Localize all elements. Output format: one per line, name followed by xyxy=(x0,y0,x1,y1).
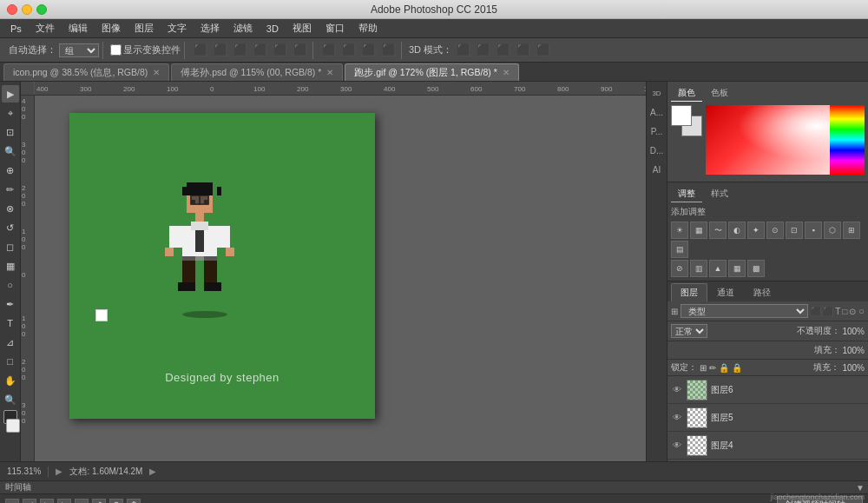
layer-5-eye[interactable]: 👁 xyxy=(671,412,683,424)
align-left-btn[interactable]: ⬛ xyxy=(192,42,209,59)
adj-curves[interactable]: 〜 xyxy=(709,222,727,239)
tool-brush[interactable]: ✏ xyxy=(2,181,19,198)
timeline-btn-forward[interactable]: ▶ xyxy=(57,499,71,503)
layers-toggle[interactable]: ○ xyxy=(858,306,865,316)
menu-view[interactable]: 视图 xyxy=(286,20,319,36)
lock-icon-all[interactable]: 🔒 xyxy=(732,363,742,373)
layers-icon-adj[interactable]: ⬛ xyxy=(823,307,833,316)
menu-3d[interactable]: 3D xyxy=(260,22,286,36)
canvas-scroll[interactable]: Designed by stephen xyxy=(35,96,646,461)
adj-tab-styles[interactable]: 样式 xyxy=(704,186,735,202)
layers-type-select[interactable]: 类型 xyxy=(681,304,808,318)
distribute-h-btn[interactable]: ⬛ xyxy=(320,42,338,59)
layer-item-5[interactable]: 👁 图层5 xyxy=(667,404,868,432)
menu-edit[interactable]: 编辑 xyxy=(62,20,95,36)
lock-icon-pos[interactable]: ⊞ xyxy=(700,363,707,373)
layers-blend-select[interactable]: 正常 溶解 变暗 xyxy=(671,324,707,338)
tool-zoom[interactable]: 🔍 xyxy=(2,391,19,408)
timeline-btn-delete[interactable]: 🗑 xyxy=(127,499,141,503)
layer-item-6[interactable]: 👁 图层6 xyxy=(667,376,868,404)
tool-crop[interactable]: ⊡ xyxy=(2,123,19,141)
tool-path-select[interactable]: ⊿ xyxy=(2,334,19,351)
layers-icon-px[interactable]: ⬛ xyxy=(811,307,821,316)
3d-mode-btn1[interactable]: ⬛ xyxy=(455,42,472,59)
tool-bg-color[interactable] xyxy=(6,419,20,433)
tab-psd[interactable]: 傅老孙.psd @ 115% (00, RGB/8) * ✕ xyxy=(171,63,343,81)
fg-color-box[interactable] xyxy=(671,105,692,126)
tool-eraser[interactable]: ◻ xyxy=(2,238,19,255)
adj-brightness[interactable]: ☀ xyxy=(671,222,688,239)
layers-tab-layers[interactable]: 图层 xyxy=(671,283,707,301)
color-tab-color[interactable]: 颜色 xyxy=(671,85,702,102)
tool-gradient[interactable]: ▦ xyxy=(2,257,19,275)
timeline-btn-back[interactable]: ◀ xyxy=(23,499,36,503)
menu-layer[interactable]: 图层 xyxy=(128,20,161,36)
layer-item-4[interactable]: 👁 图层4 xyxy=(667,432,868,460)
align-top-btn[interactable]: ⬛ xyxy=(252,42,269,59)
adj-exposure[interactable]: ◐ xyxy=(728,222,746,239)
align-right-btn[interactable]: ⬛ xyxy=(232,42,249,59)
color-spectrum-bar[interactable] xyxy=(830,105,865,175)
adj-tab-adjustments[interactable]: 调整 xyxy=(671,186,702,202)
adj-levels[interactable]: ▦ xyxy=(690,222,707,239)
3d-mode-btn3[interactable]: ⬛ xyxy=(495,42,512,59)
close-button[interactable] xyxy=(7,4,17,15)
tab-gif[interactable]: 跑步.gif @ 172% (图层 1, RGB/8) * ✕ xyxy=(345,63,518,81)
layer-item-3[interactable]: 👁 图层3 xyxy=(667,460,868,461)
adj-gradient-map[interactable]: ▦ xyxy=(728,260,746,277)
adj-hsl[interactable]: ⊙ xyxy=(766,222,784,239)
3d-mode-btn2[interactable]: ⬛ xyxy=(475,42,492,59)
align-center-btn[interactable]: ⬛ xyxy=(212,42,229,59)
menu-select[interactable]: 选择 xyxy=(194,20,227,36)
timeline-collapse[interactable]: ▼ xyxy=(856,483,865,493)
adj-channel-mixer[interactable]: ⊞ xyxy=(843,222,860,239)
tool-history-brush[interactable]: ↺ xyxy=(2,219,19,236)
maximize-button[interactable] xyxy=(36,4,47,15)
tool-pen[interactable]: ✒ xyxy=(2,295,19,313)
panel-icon-ai[interactable]: AI xyxy=(649,162,665,177)
adj-vibrance[interactable]: ✦ xyxy=(747,222,765,239)
layers-icon-text[interactable]: T xyxy=(835,307,840,316)
menu-image[interactable]: 图像 xyxy=(95,20,128,36)
adj-colorbalance[interactable]: ⊡ xyxy=(786,222,803,239)
menu-text[interactable]: 文字 xyxy=(161,20,194,36)
menu-filter[interactable]: 滤镜 xyxy=(227,20,260,36)
layer-4-eye[interactable]: 👁 xyxy=(671,440,683,452)
tool-stamp[interactable]: ⊗ xyxy=(2,200,19,217)
menu-file[interactable]: 文件 xyxy=(29,20,62,36)
timeline-btn-settings[interactable]: ⚙ xyxy=(109,499,123,503)
tool-text[interactable]: T xyxy=(2,314,19,332)
layers-icon-smart[interactable]: ⊙ xyxy=(849,307,856,316)
status-arrow[interactable]: ▶ xyxy=(149,467,156,476)
distribute-space-btn[interactable]: ⬛ xyxy=(360,42,378,59)
lock-icon-move[interactable]: 🔒 xyxy=(719,363,729,373)
timeline-btn-loop[interactable]: ↺ xyxy=(92,499,106,503)
color-gradient-area[interactable] xyxy=(706,105,865,175)
adj-posterize[interactable]: ▥ xyxy=(690,260,707,277)
tool-eyedropper[interactable]: 🔍 xyxy=(2,142,19,160)
3d-mode-btn4[interactable]: ⬛ xyxy=(515,42,532,59)
layers-icon-shape[interactable]: □ xyxy=(842,307,847,316)
timeline-btn-prev-frame[interactable]: ⏮ xyxy=(5,499,19,503)
distribute-extra-btn[interactable]: ⬛ xyxy=(380,42,398,59)
tool-select[interactable]: ▶ xyxy=(2,85,19,103)
tab-icon[interactable]: icon.png @ 38.5% (信息, RGB/8) ✕ xyxy=(3,63,169,81)
fill-value2[interactable]: 100% xyxy=(842,363,865,373)
color-tab-swatch[interactable]: 色板 xyxy=(704,85,735,102)
align-bottom-btn[interactable]: ⬛ xyxy=(292,42,309,59)
tool-lasso[interactable]: ⌖ xyxy=(2,104,19,122)
adj-threshold[interactable]: ▲ xyxy=(709,260,727,277)
menu-ps[interactable]: Ps xyxy=(3,22,29,36)
align-middle-btn[interactable]: ⬛ xyxy=(272,42,289,59)
tool-hand[interactable]: ✋ xyxy=(2,372,19,389)
tool-healing[interactable]: ⊕ xyxy=(2,162,19,179)
minimize-button[interactable] xyxy=(22,4,32,15)
panel-icon-3d[interactable]: 3D xyxy=(649,85,665,101)
adj-bw[interactable]: ▪ xyxy=(805,222,822,239)
tool-dodge[interactable]: ○ xyxy=(2,276,19,294)
autoselect-dropdown[interactable]: 组 图层 xyxy=(59,43,99,57)
adj-selective[interactable]: ▩ xyxy=(747,260,765,277)
panel-icon-a[interactable]: A... xyxy=(649,104,665,120)
adj-photo-filter[interactable]: ⬡ xyxy=(824,222,841,239)
tab-gif-close[interactable]: ✕ xyxy=(503,68,510,77)
